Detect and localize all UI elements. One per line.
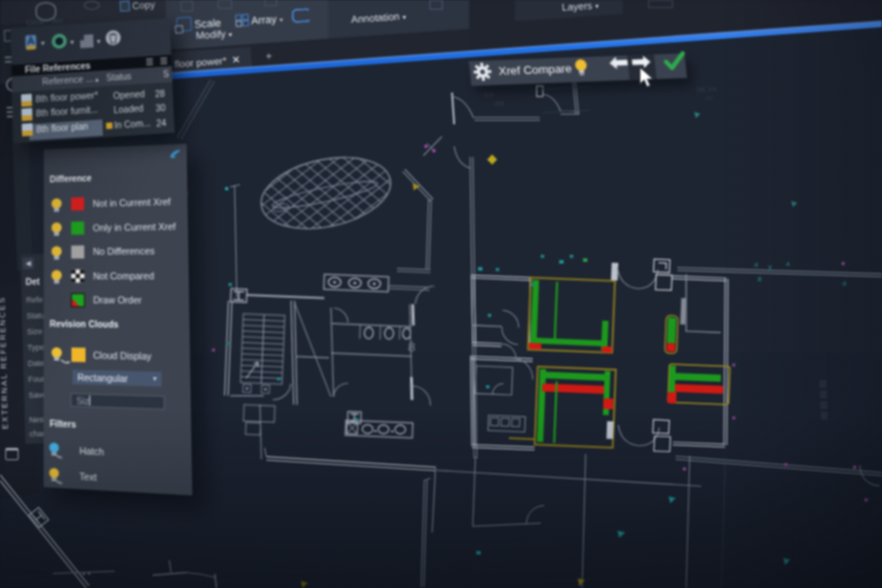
svg-text:d: d bbox=[842, 279, 846, 287]
svg-text:ME 2%: ME 2% bbox=[697, 86, 717, 93]
svg-text:0C: 0C bbox=[706, 95, 714, 101]
svg-text:y: y bbox=[768, 263, 772, 271]
svg-text:305: 305 bbox=[483, 92, 494, 98]
svg-text:4: 4 bbox=[754, 261, 759, 269]
svg-text:J05: J05 bbox=[494, 100, 504, 107]
svg-text:8: 8 bbox=[758, 275, 762, 283]
svg-text:4: 4 bbox=[786, 260, 790, 268]
svg-text:8: 8 bbox=[407, 339, 415, 354]
